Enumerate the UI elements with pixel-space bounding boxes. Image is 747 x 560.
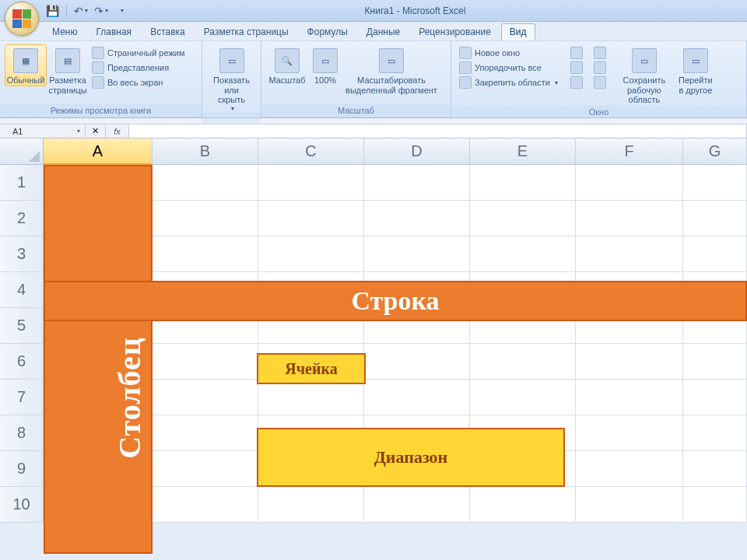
cell[interactable] — [364, 451, 470, 487]
cell[interactable] — [44, 236, 153, 272]
col-header-c[interactable]: C — [258, 138, 364, 165]
cell[interactable] — [153, 487, 258, 523]
cell[interactable] — [258, 272, 364, 308]
cell[interactable] — [576, 451, 683, 487]
cell[interactable] — [44, 451, 153, 487]
cell[interactable] — [470, 165, 576, 201]
cell[interactable] — [258, 165, 364, 201]
col-header-d[interactable]: D — [364, 138, 470, 165]
cell[interactable] — [364, 487, 470, 523]
col-header-a[interactable]: A — [44, 138, 153, 165]
cell[interactable] — [470, 380, 576, 415]
btn-switch-windows[interactable]: ▭ Перейти в другое — [675, 44, 717, 96]
cell[interactable] — [44, 165, 153, 201]
cell[interactable] — [258, 415, 364, 451]
redo-icon[interactable]: ↷▾ — [93, 2, 110, 19]
fx-icon[interactable]: fx — [106, 124, 129, 138]
cell[interactable] — [258, 487, 364, 523]
cell[interactable] — [576, 272, 683, 308]
cell[interactable] — [576, 344, 683, 380]
tab-review[interactable]: Рецензирование — [410, 23, 500, 40]
cell[interactable] — [683, 272, 747, 308]
cell[interactable] — [44, 308, 153, 344]
cell[interactable] — [683, 308, 747, 344]
btn-page-layout-view[interactable]: ▤ Разметка страницы — [47, 44, 89, 96]
cell[interactable] — [153, 380, 258, 415]
cell[interactable] — [153, 415, 258, 451]
tab-formulas[interactable]: Формулы — [299, 23, 356, 40]
undo-icon[interactable]: ↶▾ — [72, 2, 89, 19]
cell[interactable] — [683, 487, 747, 523]
btn-view-side[interactable] — [594, 76, 606, 89]
cell[interactable] — [470, 344, 576, 380]
cell[interactable] — [258, 236, 364, 272]
cancel-icon[interactable]: ✕ — [86, 124, 106, 138]
col-header-f[interactable]: F — [576, 138, 683, 165]
cell[interactable] — [576, 380, 683, 415]
btn-unhide[interactable] — [570, 76, 583, 89]
cell[interactable] — [470, 415, 576, 451]
btn-zoom-selection[interactable]: ▭ Масштабировать выделенный фрагмент — [342, 44, 440, 96]
cell[interactable] — [364, 272, 470, 308]
office-button[interactable] — [5, 2, 39, 36]
row-header-8[interactable]: 8 — [0, 415, 44, 451]
btn-arrange-all[interactable]: Упорядочить все — [459, 61, 558, 74]
row-header-6[interactable]: 6 — [0, 344, 44, 380]
cell[interactable] — [364, 236, 470, 272]
cell[interactable] — [576, 487, 683, 523]
cell[interactable] — [470, 308, 576, 344]
tab-data[interactable]: Данные — [358, 23, 409, 40]
cell[interactable] — [683, 380, 747, 415]
cell[interactable] — [258, 308, 364, 344]
btn-reset-pos[interactable] — [594, 61, 606, 74]
cell[interactable] — [576, 415, 683, 451]
row-header-2[interactable]: 2 — [0, 201, 44, 236]
cell[interactable] — [258, 201, 364, 236]
cell[interactable] — [683, 415, 747, 451]
cell[interactable] — [44, 487, 153, 523]
tab-insert[interactable]: Вставка — [142, 23, 194, 40]
tab-view[interactable]: Вид — [501, 23, 535, 40]
cell[interactable] — [153, 201, 258, 236]
cell[interactable] — [683, 201, 747, 236]
col-header-g[interactable]: G — [683, 138, 747, 165]
cell[interactable] — [44, 201, 153, 236]
cell[interactable] — [576, 308, 683, 344]
tab-home[interactable]: Главная — [87, 23, 140, 40]
cell[interactable] — [683, 344, 747, 380]
cell[interactable] — [153, 165, 258, 201]
row-header-10[interactable]: 10 — [0, 487, 44, 523]
cell[interactable] — [258, 380, 364, 415]
btn-fullscreen[interactable]: Во весь экран — [92, 76, 185, 89]
tab-page-layout[interactable]: Разметка страницы — [195, 23, 297, 40]
cell[interactable] — [153, 344, 258, 380]
cell[interactable] — [683, 451, 747, 487]
cell[interactable] — [44, 380, 153, 415]
cell[interactable] — [470, 487, 576, 523]
cell[interactable] — [153, 451, 258, 487]
row-header-5[interactable]: 5 — [0, 308, 44, 344]
cell[interactable] — [470, 201, 576, 236]
btn-show-hide[interactable]: ▭ Показать или скрыть▾ — [211, 44, 253, 113]
btn-save-workspace[interactable]: ▭ Сохранить рабочую область — [614, 44, 675, 106]
btn-split[interactable] — [570, 47, 583, 59]
btn-new-window[interactable]: Новое окно — [459, 47, 558, 59]
cell[interactable] — [44, 415, 153, 451]
cell[interactable] — [470, 272, 576, 308]
cell[interactable] — [683, 165, 747, 201]
cell[interactable] — [364, 415, 470, 451]
btn-pagebreak-preview[interactable]: Страничный режим — [92, 47, 185, 59]
cell[interactable] — [153, 308, 258, 344]
tab-menu[interactable]: Меню — [44, 23, 86, 40]
btn-zoom-100[interactable]: ▭ 100% — [308, 44, 342, 86]
cell[interactable] — [470, 451, 576, 487]
cell[interactable] — [576, 201, 683, 236]
row-header-7[interactable]: 7 — [0, 380, 44, 415]
btn-freeze-panes[interactable]: Закрепить области▾ — [459, 76, 558, 89]
btn-normal-view[interactable]: ▦ Обычный — [5, 44, 47, 86]
cell[interactable] — [258, 344, 364, 380]
cell[interactable] — [683, 236, 747, 272]
btn-zoom[interactable]: 🔍 Масштаб — [266, 44, 308, 86]
cell[interactable] — [44, 272, 153, 308]
row-header-4[interactable]: 4 — [0, 272, 44, 308]
